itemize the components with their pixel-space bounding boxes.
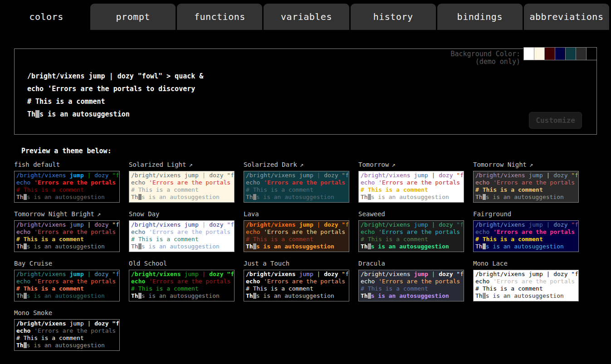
theme-name: Fairground bbox=[473, 210, 511, 218]
theme-title: Snow Day bbox=[129, 210, 235, 218]
theme-title: Solarized Dark↗ bbox=[244, 161, 349, 169]
theme-preview-solarized-dark[interactable]: Solarized Dark↗/bright/vixens jump | doz… bbox=[244, 161, 349, 203]
background-swatch-row bbox=[524, 47, 597, 60]
terminal-line: echo 'Errors are the portals to discover… bbox=[131, 278, 232, 285]
theme-terminal-sample: /bright/vixens jump | dozy "fowl" > quac… bbox=[14, 171, 120, 203]
theme-title: Tomorrow↗ bbox=[358, 161, 464, 169]
terminal-line: # This is a comment bbox=[131, 285, 232, 292]
theme-terminal-sample: /bright/vixens jump | dozy "fowl" > quac… bbox=[244, 220, 349, 252]
bg-swatch-black[interactable] bbox=[586, 47, 597, 60]
theme-preview-old-school[interactable]: Old School/bright/vixens jump | dozy "fo… bbox=[129, 260, 235, 301]
terminal-line: # This is a comment bbox=[16, 335, 117, 342]
theme-preview-mono-smoke[interactable]: Mono Smoke/bright/vixens jump | dozy "fo… bbox=[14, 309, 120, 351]
cursor-block bbox=[24, 194, 27, 200]
terminal-line: # This is a comment bbox=[131, 186, 232, 194]
theme-preview-seaweed[interactable]: Seaweed/bright/vixens jump | dozy "fowl"… bbox=[358, 210, 464, 252]
theme-title: Fairground bbox=[473, 210, 579, 218]
terminal-line: echo 'Errors are the portals to discover… bbox=[131, 228, 232, 236]
terminal-line: # This is a comment bbox=[246, 236, 347, 243]
theme-name: Tomorrow bbox=[358, 161, 389, 168]
external-link-icon: ↗ bbox=[529, 161, 533, 168]
tab-bar: colorspromptfunctionsvariableshistorybin… bbox=[0, 0, 611, 30]
theme-preview-just-a-touch[interactable]: Just a Touch/bright/vixens jump | dozy "… bbox=[244, 260, 349, 301]
theme-preview-dracula[interactable]: Dracula/bright/vixens jump | dozy "fowl"… bbox=[358, 260, 464, 301]
terminal-line: echo 'Errors are the portals to discover… bbox=[16, 327, 117, 335]
preview-heading: Preview a theme below: bbox=[21, 147, 611, 155]
terminal-line: # This is a comment bbox=[16, 236, 117, 243]
terminal-line: echo 'Errors are the portals to discover… bbox=[16, 228, 117, 236]
theme-title: fish default bbox=[14, 161, 120, 169]
terminal-line: /bright/vixens jump | dozy "fowl" > quac… bbox=[131, 221, 232, 228]
theme-preview-tomorrow-night-bright[interactable]: Tomorrow Night Bright↗/bright/vixens jum… bbox=[14, 210, 120, 252]
terminal-line: /bright/vixens jump | dozy "fowl" > quac… bbox=[475, 221, 577, 228]
terminal-line: Ths is an autosuggestion bbox=[246, 194, 347, 201]
background-picker-labels: Background Color: (demo only) bbox=[450, 50, 520, 66]
theme-preview-mono-lace[interactable]: Mono Lace/bright/vixens jump | dozy "fow… bbox=[473, 260, 579, 301]
tab-variables[interactable]: variables bbox=[264, 4, 349, 30]
terminal-line: # This is a comment bbox=[361, 285, 462, 292]
cursor-block bbox=[138, 194, 142, 200]
terminal-line: echo 'Errors are the portals to discover… bbox=[475, 278, 577, 285]
cursor-block bbox=[35, 110, 39, 118]
terminal-line: # This is a comment bbox=[16, 186, 117, 194]
terminal-line: # This is a comment bbox=[16, 285, 117, 292]
terminal-line: Ths is an autosuggestion bbox=[16, 292, 117, 300]
terminal-line: echo 'Errors are the portals to discover… bbox=[475, 228, 577, 236]
theme-title: Seaweed bbox=[358, 210, 464, 218]
customize-button[interactable]: Customize bbox=[529, 112, 582, 129]
tab-colors[interactable]: colors bbox=[4, 4, 89, 30]
bg-swatch-dark-red[interactable] bbox=[544, 47, 555, 60]
external-link-icon: ↗ bbox=[300, 161, 303, 168]
theme-title: Old School bbox=[129, 260, 235, 268]
terminal-line: echo 'Errors are the portals to discover… bbox=[131, 179, 232, 186]
terminal-line: Ths is an autosuggestion bbox=[16, 342, 117, 349]
terminal-line: Ths is an autosuggestion bbox=[246, 243, 347, 250]
bg-swatch-white[interactable] bbox=[523, 47, 534, 60]
cursor-block bbox=[483, 293, 486, 299]
terminal-line: echo 'Errors are the portals to discover… bbox=[475, 179, 577, 186]
terminal-line: /bright/vixens jump | dozy "fowl" > quac… bbox=[131, 271, 232, 278]
terminal-line: Ths is an autosuggestion bbox=[361, 243, 462, 250]
theme-name: Snow Day bbox=[129, 210, 159, 218]
cursor-block bbox=[24, 293, 27, 299]
theme-preview-fish-default[interactable]: fish default/bright/vixens jump | dozy "… bbox=[14, 161, 120, 203]
theme-preview-solarized-light[interactable]: Solarized Light↗/bright/vixens jump | do… bbox=[129, 161, 235, 203]
terminal-line: Ths is an autosuggestion bbox=[131, 243, 232, 250]
cursor-block bbox=[138, 243, 142, 249]
theme-preview-bay-cruise[interactable]: Bay Cruise/bright/vixens jump | dozy "fo… bbox=[14, 260, 120, 301]
theme-preview-tomorrow[interactable]: Tomorrow↗/bright/vixens jump | dozy "fow… bbox=[358, 161, 464, 203]
terminal-line: Ths is an autosuggestion bbox=[475, 243, 577, 250]
terminal-line: Ths is an autosuggestion bbox=[131, 194, 232, 201]
cursor-block bbox=[368, 243, 371, 249]
terminal-line: Ths is an autosuggestion bbox=[246, 292, 347, 300]
theme-preview-snow-day[interactable]: Snow Day/bright/vixens jump | dozy "fowl… bbox=[129, 210, 235, 252]
theme-preview-tomorrow-night[interactable]: Tomorrow Night↗/bright/vixens jump | doz… bbox=[473, 161, 579, 203]
bg-swatch-cream[interactable] bbox=[534, 47, 545, 60]
theme-name: Dracula bbox=[358, 260, 385, 267]
terminal-line: /bright/vixens jump | dozy "fowl" > quac… bbox=[27, 70, 203, 83]
theme-terminal-sample: /bright/vixens jump | dozy "fowl" > quac… bbox=[473, 171, 579, 203]
tab-prompt[interactable]: prompt bbox=[90, 4, 176, 30]
theme-preview-lava[interactable]: Lava/bright/vixens jump | dozy "fowl" > … bbox=[244, 210, 349, 252]
terminal-line: /bright/vixens jump | dozy "fowl" > quac… bbox=[16, 172, 117, 179]
theme-name: Lava bbox=[244, 210, 259, 218]
tab-functions[interactable]: functions bbox=[177, 4, 262, 30]
terminal-line: echo 'Errors are the portals to discover… bbox=[246, 228, 347, 236]
tab-bindings[interactable]: bindings bbox=[437, 4, 523, 30]
theme-terminal-sample: /bright/vixens jump | dozy "fowl" > quac… bbox=[473, 220, 579, 252]
theme-terminal-sample: /bright/vixens jump | dozy "fowl" > quac… bbox=[473, 270, 579, 301]
cursor-block bbox=[483, 194, 486, 200]
theme-name: Bay Cruise bbox=[14, 260, 52, 267]
demo-only-label: (demo only) bbox=[450, 58, 520, 66]
tab-history[interactable]: history bbox=[351, 4, 436, 30]
bg-swatch-navy[interactable] bbox=[555, 47, 566, 60]
theme-preview-fairground[interactable]: Fairground/bright/vixens jump | dozy "fo… bbox=[473, 210, 579, 252]
bg-swatch-teal[interactable] bbox=[565, 47, 576, 60]
tab-abbreviations[interactable]: abbreviations bbox=[524, 4, 609, 30]
bg-swatch-charcoal[interactable] bbox=[576, 47, 587, 60]
theme-title: Bay Cruise bbox=[14, 260, 120, 268]
terminal-line: Ths is an autosuggestion bbox=[361, 194, 462, 201]
terminal-line: /bright/vixens jump | dozy "fowl" > quac… bbox=[475, 271, 577, 278]
terminal-line: /bright/vixens jump | dozy "fowl" > quac… bbox=[16, 320, 117, 327]
terminal-line: # This is a comment bbox=[246, 285, 347, 292]
